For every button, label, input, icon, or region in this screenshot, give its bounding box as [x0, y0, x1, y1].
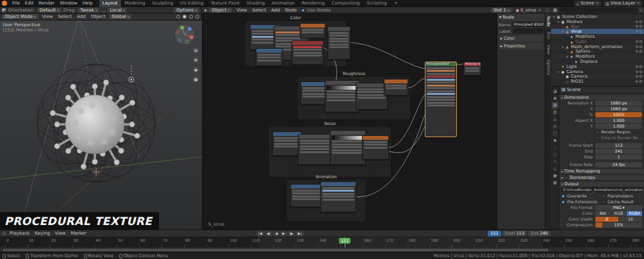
current-frame-chip[interactable]: 152 [339, 238, 351, 244]
material-slot-dropdown[interactable]: Slot 1 ▾ [491, 8, 512, 13]
panel-header-time-remapping[interactable]: ▸Time Remapping [559, 168, 644, 174]
workspace-tab-animation[interactable]: Animation [268, 0, 299, 7]
use-nodes-checkbox[interactable]: ✓ [301, 8, 305, 12]
disable-render-icon[interactable] [640, 25, 642, 28]
outliner-row-light[interactable]: ☀Light [551, 64, 644, 69]
node-box-2[interactable] [300, 23, 326, 38]
material-shading-icon[interactable] [189, 15, 193, 19]
disable-render-icon[interactable] [640, 30, 642, 33]
node-box-8[interactable] [356, 83, 388, 110]
jump-prev-keyframe-button[interactable]: ◀| [265, 231, 272, 237]
timeline-editor-icon[interactable]: ◷ [2, 231, 6, 236]
transform-orientation-dropdown[interactable]: Global ▾ [109, 14, 131, 19]
3d-viewport[interactable]: ⊕ ✥ ◉ ▦ User Perspective (152) Meshes | … [0, 21, 202, 230]
properties-tab-tool[interactable]: ◪ [552, 88, 559, 95]
workspace-tab-shading[interactable]: Shading [244, 0, 268, 7]
outliner-row-run[interactable]: ▲Run [551, 24, 644, 29]
workspace-tab-modeling[interactable]: Modeling [122, 0, 149, 7]
disable-render-icon[interactable] [640, 71, 642, 73]
zoom-tool-icon[interactable]: ⊕ [193, 47, 199, 53]
node-label-field[interactable] [513, 28, 543, 33]
node-material-output[interactable]: Material Output [463, 62, 481, 76]
node-box-15[interactable] [320, 181, 356, 212]
viewport-menu-view[interactable]: View [40, 14, 56, 19]
unlink-material-icon[interactable]: × [538, 8, 541, 13]
wireframe-shading-icon[interactable] [176, 15, 180, 19]
frame-end-field[interactable]: End 240 [528, 231, 550, 237]
disable-render-icon[interactable] [640, 50, 642, 53]
outliner-row-rig01[interactable]: ○RIG01 [551, 79, 644, 84]
node-menu-add[interactable]: Add [268, 8, 283, 13]
perspective-toggle-icon[interactable]: ▦ [193, 76, 199, 82]
timeline-menu-playback[interactable]: Playback [7, 231, 32, 236]
properties-tab-object[interactable]: □ [552, 130, 559, 137]
node-menu-view[interactable]: View [234, 8, 250, 13]
prop-field-step[interactable]: 1 [595, 155, 642, 160]
properties-tab-physics[interactable]: ○ [552, 151, 559, 158]
sidebar-panel-color[interactable]: ▸ Color [499, 35, 543, 42]
menu-file[interactable]: File [10, 1, 22, 6]
timeline-menu-view[interactable]: View [53, 231, 69, 236]
visibility-toggles[interactable] [636, 30, 644, 33]
node-box-11[interactable] [298, 134, 331, 165]
menu-render[interactable]: Render [36, 1, 57, 6]
prop-field-resolution-x[interactable]: 1080 px [595, 101, 642, 106]
node-box-7[interactable] [325, 80, 359, 112]
hide-viewport-icon[interactable] [636, 30, 638, 33]
properties-tab-texture[interactable]: ▦ [552, 180, 559, 187]
hide-viewport-icon[interactable] [636, 80, 638, 83]
checkbox-cache-result[interactable] [602, 200, 606, 204]
properties-tab-data[interactable]: △ [552, 165, 559, 172]
visibility-toggles[interactable] [636, 71, 644, 73]
node-menu-node[interactable]: Node [283, 8, 299, 13]
disable-render-icon[interactable] [640, 46, 642, 48]
color-option-bw[interactable]: BW [595, 211, 611, 216]
timeline-menu-keying[interactable]: Keying [32, 231, 53, 236]
menu-help[interactable]: Help [80, 1, 95, 6]
properties-tab-particles[interactable]: ∴ [552, 144, 559, 151]
outliner-search-input[interactable] [559, 8, 638, 13]
prop-field-frame-rate[interactable]: 24 fps [595, 162, 642, 167]
output-path-field[interactable]: E:\VirusBlender_Animation\virus_animatio… [561, 187, 642, 192]
solid-shading-icon[interactable] [183, 15, 186, 19]
checkbox-overwrite[interactable]: ✓ [561, 194, 565, 198]
scrollbar-handle[interactable] [3, 249, 549, 251]
properties-tab-constraints[interactable]: ◇ [552, 158, 559, 165]
prop-field-y[interactable]: 1080 px [595, 106, 642, 112]
hide-viewport-icon[interactable] [636, 25, 638, 28]
current-frame-field[interactable]: 152 [488, 231, 500, 237]
hide-viewport-icon[interactable] [636, 40, 638, 43]
visibility-toggles[interactable] [636, 25, 644, 28]
outliner-row-cube[interactable]: ▲Cube [551, 39, 644, 44]
outliner-row-scene-collection[interactable]: ▾▦Scene Collection [551, 14, 644, 19]
color-option-rgba[interactable]: RGBA [627, 211, 642, 216]
sidebar-section-node[interactable]: ▾ Node [497, 13, 545, 21]
viewport-menu-add[interactable]: Add [74, 14, 88, 19]
scene-selector[interactable]: ◬ Scene × [574, 1, 601, 6]
hide-viewport-icon[interactable] [636, 50, 638, 53]
workspace-tab-scripting[interactable]: Scripting [364, 0, 391, 7]
checkbox-crop-to-render-region[interactable] [595, 136, 599, 140]
visibility-toggles[interactable] [636, 75, 644, 78]
filter-icon[interactable]: ▽ [640, 8, 642, 12]
pin-icon[interactable]: ○ [545, 8, 549, 13]
checkbox-render-region[interactable] [595, 130, 599, 134]
visibility-toggles[interactable] [636, 21, 644, 23]
workspace-tab-sculpting[interactable]: Sculpting [149, 0, 177, 7]
outliner-row-mesh-deform-animation[interactable]: ▾▲Mesh_deform_animation [551, 44, 644, 49]
snap-magnet-icon[interactable]: ◡ [101, 8, 105, 13]
sidebar-tab-view[interactable]: View [545, 42, 551, 57]
workspace-tab-texture-paint[interactable]: Texture Paint [208, 0, 244, 7]
outliner-row-modifiers[interactable]: ▾◆Modifiers [551, 54, 644, 59]
orientation-dropdown[interactable]: Default ▾ [37, 8, 62, 13]
visibility-toggles[interactable] [636, 50, 644, 53]
outliner-row-meshes[interactable]: ▾▣Meshes [551, 19, 644, 24]
jump-to-start-button[interactable]: |◀ [256, 231, 264, 237]
depth-option-8[interactable]: 8 [595, 217, 618, 222]
workspace-tab-rendering[interactable]: Rendering [299, 0, 329, 7]
sidebar-tab-options[interactable]: Options [545, 57, 551, 78]
shader-type-dropdown[interactable]: Object ▾ [209, 8, 232, 13]
disable-render-icon[interactable] [640, 80, 642, 83]
sidebar-tab-node[interactable]: Node [545, 13, 551, 29]
outliner-row-displace[interactable]: ◆Displace [551, 59, 644, 64]
